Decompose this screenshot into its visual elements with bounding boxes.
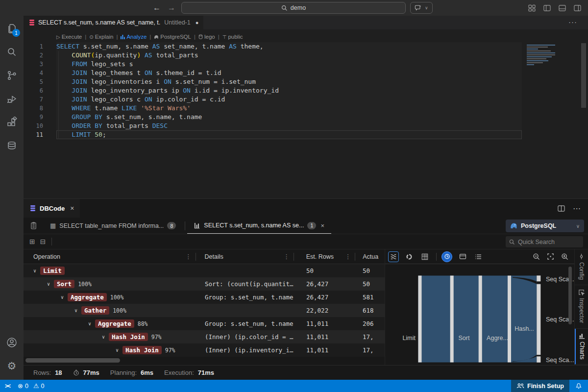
sankey-view-icon[interactable] [388, 251, 399, 262]
tab-config[interactable]: Config [575, 249, 588, 285]
line-number: 5 [24, 77, 56, 86]
editor-scrollbar[interactable] [581, 43, 586, 108]
codelens-explain[interactable]: ⊙Explain [89, 34, 113, 40]
zoom-out-icon[interactable] [533, 253, 540, 260]
history-back-icon[interactable]: ← [153, 3, 161, 12]
minimap[interactable] [527, 45, 558, 66]
horizontal-scrollbar[interactable] [25, 358, 120, 363]
modified-dot-icon[interactable]: ● [196, 20, 199, 25]
explorer-icon[interactable]: 1 [0, 17, 24, 40]
line-number: 2 [24, 51, 56, 60]
fit-screen-icon[interactable] [547, 253, 554, 260]
collapse-chevron-icon[interactable]: ∨ [47, 281, 50, 287]
split-editor-icon[interactable] [558, 205, 565, 212]
plan-row[interactable]: ∨Aggregate100%Group: s.set_num, t.name26… [24, 291, 385, 304]
collapse-chevron-icon[interactable]: ∨ [74, 308, 77, 313]
toggle-sidebar-icon[interactable] [543, 4, 551, 12]
expand-all-icon[interactable]: ⊞ [29, 238, 35, 245]
plan-chart-panel: LimitSortAggre...Hash...Seq Sca...Seq Sc… [385, 249, 574, 366]
code-line: 4 JOIN lego_themes t ON s.theme_id = t.i… [24, 69, 588, 77]
plan-table-rows: ∨Limit5050∨Sort100%Sort: (count(ip.quant… [24, 264, 385, 357]
plan-sankey-chart[interactable]: LimitSortAggre...Hash...Seq Sca...Seq Sc… [385, 264, 574, 366]
more-actions-icon[interactable]: ⋯ [573, 204, 581, 213]
plan-row[interactable]: ∨Aggregate88%Group: s.set_num, t.name11,… [24, 317, 385, 330]
database-icon[interactable] [0, 134, 24, 158]
collapse-chevron-icon[interactable]: ∨ [33, 268, 36, 273]
plan-row[interactable]: ∨Limit5050 [24, 264, 385, 277]
panel-tab-dbcode[interactable]: DBCode × [24, 199, 80, 218]
panel-header: DBCode × ⋯ [24, 199, 588, 218]
toggle-panel-icon[interactable] [559, 4, 566, 12]
tab-inspector[interactable]: Inspector [575, 285, 588, 328]
operation-percent: 100% [78, 281, 92, 288]
plan-row[interactable]: ∨Gather100%22,022618 [24, 304, 385, 317]
collapse-all-icon[interactable]: ⊟ [40, 238, 46, 245]
problems-indicator[interactable]: ⊗ 0 ⚠ 0 [15, 382, 47, 390]
remote-indicator-icon[interactable]: >< [0, 383, 15, 390]
copilot-chat-button[interactable]: ∨ [410, 2, 433, 14]
quick-search-input[interactable]: Quick Search [506, 236, 583, 247]
collapse-chevron-icon[interactable]: ∨ [102, 334, 105, 340]
codelens-lego[interactable]: lego [198, 34, 215, 40]
leaf-bar-3 [537, 356, 540, 363]
code-lines: 1SELECT s.set_num, s.name AS set_name, t… [24, 42, 588, 139]
command-center-search[interactable]: demo [181, 2, 406, 14]
connection-label: PostgreSQL [521, 222, 573, 229]
collapse-chevron-icon[interactable]: ∨ [88, 321, 91, 326]
vertical-scrollbar[interactable] [568, 267, 572, 324]
collapse-chevron-icon[interactable]: ∨ [61, 294, 64, 300]
code-line: 11 LIMIT 50; [24, 130, 588, 139]
operation-percent: 97% [165, 347, 175, 354]
notifications-bell-icon[interactable] [569, 380, 588, 392]
codelens-analyze[interactable]: Analyze [121, 34, 147, 40]
editor-more-actions-icon[interactable]: ··· [568, 18, 577, 26]
sql-file-icon [28, 19, 35, 26]
source-control-icon[interactable] [0, 64, 24, 87]
estimated-rows: 50 [294, 267, 355, 274]
zoom-in-icon[interactable] [561, 253, 568, 260]
plan-row[interactable]: ∨Hash Join97%(Inner) (ip.color_id = …11,… [24, 330, 385, 343]
label-hash-join: Hash... [514, 325, 534, 332]
column-menu-icon[interactable]: ⋮ [185, 253, 192, 260]
label-limit: Limit [403, 335, 416, 342]
finish-setup-button[interactable]: Finish Setup [511, 380, 569, 392]
connection-select[interactable]: PostgreSQL ∨ [506, 220, 584, 232]
result-tab-1[interactable]: ▦ SELECT table_name FROM informa... 8 [43, 218, 183, 234]
toggle-secondary-sidebar-icon[interactable] [574, 4, 581, 12]
copilot-chat-icon [415, 4, 422, 11]
customize-layout-icon[interactable] [528, 4, 536, 12]
donut-view-icon[interactable] [404, 251, 415, 262]
column-menu-icon[interactable]: ⋮ [345, 253, 351, 260]
plan-row[interactable]: ∨Sort100%Sort: (count(ip.quantit…26,4275… [24, 277, 385, 291]
line-number: 11 [24, 130, 56, 139]
operation-badge: Limit [40, 267, 65, 275]
postgresql-elephant-icon [510, 222, 517, 229]
account-icon[interactable] [0, 331, 24, 354]
result-tab-2[interactable]: SELECT s.set_num, s.name AS se... 1 × [187, 218, 331, 234]
column-menu-icon[interactable]: ⋮ [283, 253, 290, 260]
node-bar-limit [418, 276, 422, 363]
extensions-icon[interactable] [0, 111, 24, 134]
history-forward-icon[interactable]: → [168, 3, 175, 12]
plan-details: Group: s.set_num, t.name [196, 320, 294, 327]
time-mode-icon[interactable] [441, 251, 452, 262]
code-editor[interactable]: ▷Execute|⊙Explain|Analyze|PostgreSQL|leg… [24, 29, 588, 198]
collapse-chevron-icon[interactable]: ∨ [116, 347, 119, 353]
plan-row[interactable]: ∨Hash Join97%(Inner) (ip.inventory_i…11,… [24, 343, 385, 357]
card-view-icon[interactable] [457, 251, 468, 262]
node-bar-hash [508, 276, 511, 363]
close-icon[interactable]: × [70, 204, 74, 212]
query-list-icon[interactable] [24, 218, 43, 234]
close-icon[interactable]: × [320, 222, 324, 229]
list-view-icon[interactable] [473, 251, 484, 262]
grid-view-icon[interactable] [419, 251, 430, 262]
tab-charts[interactable]: Charts [575, 329, 588, 365]
leaf-bar-1 [537, 275, 540, 281]
editor-tab[interactable]: SELECT s.set_num, s.name AS set_name, t.… [24, 16, 203, 29]
search-icon[interactable] [0, 40, 24, 64]
codelens-public[interactable]: ⊤public [222, 34, 243, 40]
codelens-execute[interactable]: ▷Execute [56, 34, 82, 40]
run-debug-icon[interactable] [0, 87, 24, 111]
codelens-postgresql[interactable]: PostgreSQL [154, 34, 191, 40]
settings-gear-icon[interactable]: ⚙ [0, 354, 24, 378]
